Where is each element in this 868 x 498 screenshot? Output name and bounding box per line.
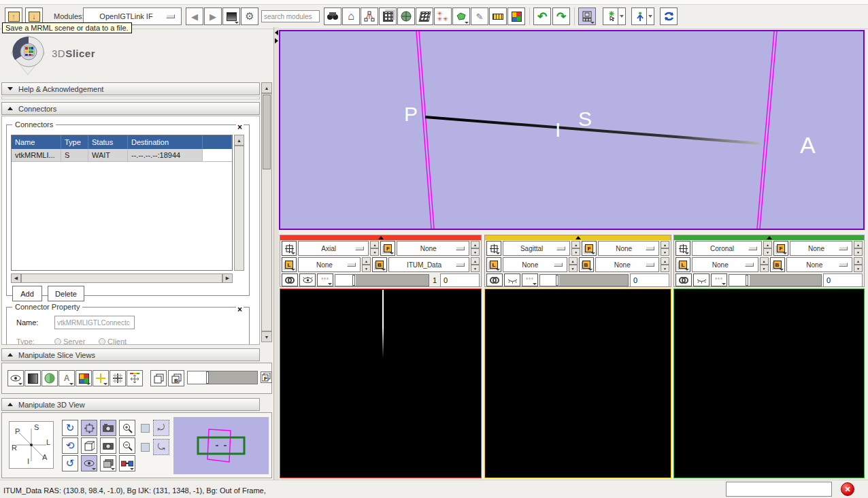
spin-up-icon[interactable]: ▲ <box>362 257 371 265</box>
mouse-place-caret-button[interactable] <box>646 7 654 25</box>
label-menubutton[interactable]: None <box>503 257 567 272</box>
undo-button[interactable]: ↶ <box>533 7 551 25</box>
spin-up-icon[interactable]: ▲ <box>471 241 480 248</box>
spin-down-icon[interactable]: ▼ <box>763 248 772 256</box>
orientation-menubutton[interactable]: Sagittal <box>503 241 570 256</box>
foreground-spinner[interactable]: ▲▼ <box>854 241 863 256</box>
connector-name-input[interactable] <box>54 316 135 329</box>
select-screenshot-button[interactable] <box>100 420 116 436</box>
foreground-layer-button[interactable]: F <box>582 241 597 256</box>
error-log-button[interactable]: ✕ <box>841 482 854 496</box>
foreground-layer-button[interactable]: F <box>380 241 395 256</box>
label-menubutton[interactable]: None <box>298 257 361 272</box>
spin-down-icon[interactable]: ▼ <box>854 248 863 256</box>
slice-visible-button[interactable] <box>693 273 710 286</box>
measurements-module-button[interactable] <box>489 7 507 25</box>
table-vscrollbar[interactable] <box>234 146 244 271</box>
orientation-menubutton[interactable]: Coronal <box>692 241 762 256</box>
cell-type[interactable]: S <box>61 149 88 161</box>
photo-stack-button[interactable] <box>100 455 116 471</box>
background-menubutton[interactable]: None <box>595 257 660 272</box>
spin-up-icon[interactable]: ▲ <box>854 241 863 248</box>
panel-scroll-up-button[interactable]: ▲ <box>261 82 272 93</box>
foreground-layer-button[interactable]: F <box>773 241 788 256</box>
background-spinner[interactable]: ▲▼ <box>854 257 863 272</box>
link-slices-button[interactable] <box>282 273 298 286</box>
background-spinner[interactable]: ▲▼ <box>661 257 669 272</box>
center-view-button[interactable] <box>81 420 97 436</box>
server-radio[interactable]: Server <box>54 337 85 345</box>
spin-up-icon[interactable]: ▲ <box>854 257 863 265</box>
connectors-section-header[interactable]: Connectors <box>1 102 260 115</box>
label-layer-button[interactable]: L <box>486 257 501 272</box>
slice-plane-button[interactable] <box>486 241 501 256</box>
controller-colorbar-yellow[interactable] <box>485 235 671 240</box>
roi-module-button[interactable] <box>452 7 470 25</box>
label-spinner[interactable]: ▲▼ <box>569 257 578 272</box>
slider-thumb[interactable] <box>352 275 355 286</box>
spin-down-icon[interactable]: ▼ <box>661 248 669 256</box>
spin-down-icon[interactable]: ▼ <box>854 265 863 272</box>
roll-rotate-button[interactable]: ↺ <box>62 455 78 471</box>
slice-offset-slider[interactable] <box>335 274 429 286</box>
slice-offset-slider[interactable] <box>539 274 629 286</box>
fit-slices-button[interactable] <box>150 370 167 386</box>
fg-bg-opacity-slider[interactable] <box>187 371 258 384</box>
panel-scroll-thumb[interactable] <box>263 95 271 169</box>
spin-down-icon[interactable]: ▼ <box>370 248 379 256</box>
spin-up-icon[interactable]: ▲ <box>370 241 379 248</box>
cell-destination[interactable]: --.--.--.--:18944 <box>128 149 203 161</box>
connector-row[interactable]: vtkMRMLI... S WAIT --.--.--.--:18944 <box>12 149 232 162</box>
label-spinner[interactable]: ▲▼ <box>760 257 769 272</box>
foreground-menubutton[interactable]: None <box>598 241 659 256</box>
spin-checkbox[interactable] <box>141 424 150 433</box>
client-radio[interactable]: Client <box>99 337 127 345</box>
spin-up-icon[interactable]: ▲ <box>763 241 772 248</box>
background-layer-button[interactable]: B <box>770 257 785 272</box>
foreground-menubutton[interactable]: None <box>790 241 852 256</box>
screen-capture-button[interactable] <box>660 7 678 25</box>
orientation-spinner[interactable]: ▲▼ <box>571 241 580 256</box>
more-options-button[interactable]: °°° <box>522 273 538 286</box>
slice-plane-button[interactable] <box>282 241 297 256</box>
slice-visible-button[interactable] <box>299 273 316 286</box>
rock-checkbox[interactable] <box>141 443 150 452</box>
spin-up-icon[interactable]: ▲ <box>760 257 769 265</box>
coronal-viewport[interactable] <box>673 288 865 478</box>
stereo-button[interactable] <box>119 455 135 471</box>
binoculars-button[interactable] <box>324 7 341 25</box>
link-slices-button[interactable] <box>675 273 692 286</box>
table-scroll-up-button[interactable]: ▲ <box>234 135 244 146</box>
spin-up-icon[interactable]: ▲ <box>569 257 578 265</box>
module-back-button[interactable]: ◀ <box>186 7 203 25</box>
background-menubutton[interactable]: ITUM_Data <box>388 257 469 272</box>
col-type[interactable]: Type <box>61 135 88 149</box>
slice-offset-slider[interactable] <box>729 274 822 286</box>
home-module-button[interactable]: ⌂ <box>342 7 360 25</box>
zoom-in-button[interactable] <box>119 420 135 436</box>
volumes-module-button[interactable] <box>379 7 397 25</box>
yaw-rotate-button[interactable]: ⟲ <box>62 437 78 454</box>
pitch-up-button[interactable]: ↻ <box>62 420 78 436</box>
axes-widget[interactable]: P S L R I A <box>9 421 54 469</box>
foreground-spinner[interactable]: ▲▼ <box>661 241 669 256</box>
data-module-button[interactable] <box>361 7 378 25</box>
more-options-button[interactable]: °°° <box>317 273 333 286</box>
col-destination[interactable]: Destination <box>128 135 203 149</box>
spin-down-icon[interactable]: ▼ <box>569 265 578 272</box>
spin-down-icon[interactable]: ▼ <box>760 265 769 272</box>
offset-entry[interactable]: 0 <box>440 273 480 287</box>
spin-down-icon[interactable]: ▼ <box>661 265 669 272</box>
slice-visible-button[interactable] <box>504 273 520 286</box>
slice-visibility-button[interactable] <box>7 370 24 386</box>
background-menubutton[interactable]: None <box>786 257 853 272</box>
models-module-button[interactable] <box>397 7 415 25</box>
cell-name[interactable]: vtkMRMLI... <box>12 149 61 161</box>
module-settings-button[interactable]: ⚙ <box>241 7 258 25</box>
background-toggle-button[interactable]: B <box>168 370 184 386</box>
slider-thumb[interactable] <box>556 275 558 286</box>
orthographic-button[interactable] <box>81 437 97 454</box>
label-opacity-button[interactable] <box>76 370 92 386</box>
spin-up-icon[interactable]: ▲ <box>661 241 669 248</box>
spin-up-icon[interactable]: ▲ <box>471 257 480 265</box>
